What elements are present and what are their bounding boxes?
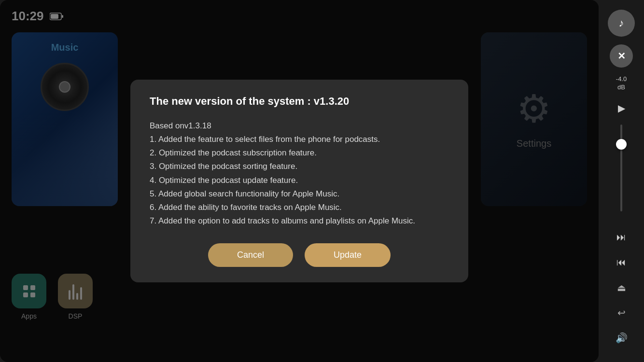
modal-body-line5: 4. Optimized the podcast update feature. xyxy=(150,174,449,187)
modal-body-line4: 3. Optimized the podcast sorting feature… xyxy=(150,160,449,173)
main-screen: 10:29 Music ⚙ Settings xyxy=(0,0,599,362)
source-button[interactable]: ⏏ xyxy=(613,279,630,296)
skip-prev-icon: ⏮ xyxy=(616,257,626,268)
slider-thumb[interactable] xyxy=(616,139,627,150)
modal-body-line8: 7. Added the option to add tracks to alb… xyxy=(150,214,449,228)
modal-body-line6: 5. Added global search functionality for… xyxy=(150,187,449,201)
modal-body-line7: 6. Added the ability to favorite tracks … xyxy=(150,201,449,214)
skip-next-button[interactable]: ⏭ xyxy=(613,229,630,246)
close-icon: ✕ xyxy=(617,50,626,62)
modal-title: The new version of the system : v1.3.20 xyxy=(150,95,449,108)
volume-icon: 🔊 xyxy=(616,332,628,344)
modal-body-line2: 1. Added the feature to select files fro… xyxy=(150,133,449,146)
music-note-icon: ♪ xyxy=(619,17,624,29)
close-button[interactable]: ✕ xyxy=(610,44,633,68)
cancel-button[interactable]: Cancel xyxy=(208,243,293,267)
right-sidebar: ♪ ✕ -4.0 dB ▶ ⏭ ⏮ ⏏ ↩ 🔊 xyxy=(599,0,644,362)
play-icon: ▶ xyxy=(618,102,625,114)
play-button[interactable]: ▶ xyxy=(613,99,630,117)
modal-body: Based onv1.3.18 1. Added the feature to … xyxy=(150,119,449,227)
volume-slider[interactable] xyxy=(620,125,622,221)
volume-display: -4.0 dB xyxy=(616,75,627,92)
update-button[interactable]: Update xyxy=(305,243,391,267)
modal-body-line1: Based onv1.3.18 xyxy=(150,119,449,133)
slider-track xyxy=(620,125,622,211)
volume-unit: dB xyxy=(617,84,625,91)
volume-icon-button[interactable]: 🔊 xyxy=(613,329,630,347)
music-button[interactable]: ♪ xyxy=(608,10,635,37)
skip-prev-button[interactable]: ⏮ xyxy=(613,254,630,271)
modal-body-line3: 2. Optimized the podcast subscription fe… xyxy=(150,146,449,160)
source-icon: ⏏ xyxy=(617,282,626,293)
modal-buttons: Cancel Update xyxy=(150,243,449,267)
modal-overlay: The new version of the system : v1.3.20 … xyxy=(0,0,599,362)
volume-db-value: -4.0 xyxy=(616,75,627,83)
update-modal: The new version of the system : v1.3.20 … xyxy=(130,80,468,282)
back-icon: ↩ xyxy=(617,307,626,319)
skip-next-icon: ⏭ xyxy=(616,232,626,243)
back-button[interactable]: ↩ xyxy=(613,304,630,321)
